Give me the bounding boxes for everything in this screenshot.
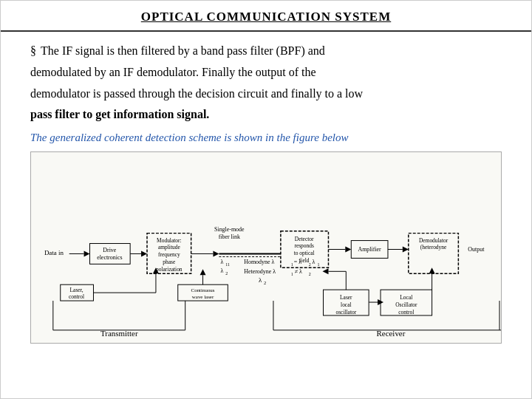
svg-text:Laser: Laser <box>340 294 352 301</box>
bullet-point: § The IF signal is then filtered by a ba… <box>30 42 502 61</box>
paragraph-line-2: demodulated by an IF demodulator. Finall… <box>30 64 502 82</box>
svg-text:λ: λ <box>259 276 262 284</box>
svg-text:phase: phase <box>163 259 176 266</box>
svg-text:Demodulator: Demodulator <box>419 237 449 244</box>
paragraph-line-4: pass filter to get information signal. <box>30 106 502 124</box>
svg-text:responds: responds <box>294 243 314 250</box>
svg-text:electronics: electronics <box>97 255 122 262</box>
slide-container: OPTICAL COMMUNICATION SYSTEM § The IF si… <box>0 0 532 399</box>
text-block: § The IF signal is then filtered by a ba… <box>30 42 502 124</box>
diagram-svg: Transmitter Receiver Data in <box>31 152 501 343</box>
svg-text:11: 11 <box>225 263 230 267</box>
svg-text:Continuous: Continuous <box>191 287 215 293</box>
slide-content: § The IF signal is then filtered by a ba… <box>1 32 531 398</box>
svg-text:Single-mode: Single-mode <box>214 226 245 233</box>
svg-text:field: field <box>299 258 310 265</box>
svg-text:local: local <box>341 301 351 308</box>
svg-text:≠ λ: ≠ λ <box>295 268 302 275</box>
svg-text:Oscillator: Oscillator <box>395 301 417 308</box>
bullet-symbol: § <box>30 42 36 60</box>
svg-text:to optical: to optical <box>294 250 315 257</box>
svg-text:1: 1 <box>318 263 320 267</box>
svg-text:fiber link: fiber link <box>219 233 240 240</box>
svg-text:λ: λ <box>313 259 316 266</box>
svg-text:Detector: Detector <box>295 236 314 242</box>
slide-header: OPTICAL COMMUNICATION SYSTEM <box>1 1 531 32</box>
blue-link-text: The generalized coherent detection schem… <box>30 132 502 144</box>
svg-text:Heterodyne λ: Heterodyne λ <box>244 268 276 275</box>
svg-text:1: 1 <box>291 263 293 267</box>
svg-text:Drive: Drive <box>103 248 117 254</box>
svg-text:Homodyne λ: Homodyne λ <box>244 259 274 266</box>
svg-text:1: 1 <box>291 272 293 276</box>
svg-text:Modulator:: Modulator: <box>157 237 181 244</box>
svg-text:wave laser: wave laser <box>192 294 214 300</box>
svg-text:control: control <box>69 293 84 300</box>
svg-text:frequency: frequency <box>158 252 180 259</box>
svg-text:Laser,: Laser, <box>70 287 83 293</box>
svg-text:2: 2 <box>264 280 266 285</box>
svg-text:amplitude: amplitude <box>158 245 180 251</box>
svg-text:Output: Output <box>468 247 485 253</box>
diagram-image: Transmitter Receiver Data in <box>30 151 502 344</box>
svg-text:λ: λ <box>220 259 223 266</box>
svg-text:Data in: Data in <box>44 250 64 257</box>
svg-text:Amplifier: Amplifier <box>358 247 381 253</box>
diagram-container: Transmitter Receiver Data in <box>30 151 502 344</box>
svg-text:2: 2 <box>225 271 228 276</box>
svg-text:Local: Local <box>400 294 412 301</box>
svg-text:(heterodyne: (heterodyne <box>420 245 447 251</box>
svg-text:λ: λ <box>220 267 223 274</box>
svg-text:2: 2 <box>309 272 311 276</box>
svg-text:oscillator: oscillator <box>335 309 356 316</box>
svg-text:control: control <box>398 309 414 316</box>
slide-title: OPTICAL COMMUNICATION SYSTEM <box>16 10 516 24</box>
svg-text:polarization: polarization <box>156 266 183 273</box>
paragraph-line-1: The IF signal is then filtered by a band… <box>41 42 325 61</box>
paragraph-line-3: demodulator is passed through the decisi… <box>30 85 502 103</box>
